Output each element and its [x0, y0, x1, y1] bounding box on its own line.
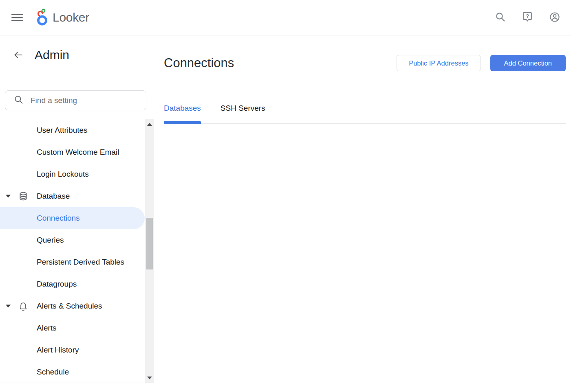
search-icon	[495, 11, 506, 24]
connections-main: Connections Public IP Addresses Add Conn…	[164, 35, 566, 124]
admin-sidebar: Admin User Attributes Custom Welcome Ema…	[0, 35, 154, 383]
find-setting-input[interactable]	[31, 96, 140, 105]
sidebar-section-alerts-schedules[interactable]: Alerts & Schedules	[0, 295, 154, 317]
sidebar-item-custom-welcome-email[interactable]: Custom Welcome Email	[0, 141, 154, 163]
topbar-actions: ?	[494, 12, 560, 23]
tab-ssh-servers[interactable]: SSH Servers	[220, 104, 265, 123]
sidebar-item-queries[interactable]: Queries	[0, 229, 154, 251]
sidebar-item-alert-history[interactable]: Alert History	[0, 339, 154, 361]
sidebar-item-label: Connections	[37, 214, 80, 223]
hamburger-icon	[11, 20, 23, 21]
sidebar-item-connections[interactable]: Connections	[0, 207, 145, 229]
sidebar-scrollbar[interactable]	[145, 119, 154, 383]
sidebar-item-label: Datagroups	[37, 280, 77, 289]
public-ip-addresses-button[interactable]: Public IP Addresses	[397, 55, 481, 71]
database-icon	[18, 191, 29, 201]
sidebar-item-label: User Attributes	[37, 126, 88, 135]
back-button[interactable]	[13, 49, 24, 61]
search-icon	[14, 95, 24, 106]
settings-nav-list: User Attributes Custom Welcome Email Log…	[0, 119, 154, 383]
sidebar-item-label: Login Lockouts	[37, 170, 89, 179]
page-title: Connections	[164, 56, 234, 70]
looker-admin-page: Looker ?	[0, 0, 571, 392]
sidebar-item-login-lockouts[interactable]: Login Lockouts	[0, 163, 154, 185]
account-icon	[549, 11, 560, 24]
sidebar-item-label: Schedule	[37, 368, 69, 377]
connections-tabs: Databases SSH Servers	[164, 104, 566, 124]
chevron-down-icon[interactable]	[6, 195, 11, 198]
scrollbar-thumb[interactable]	[146, 218, 153, 269]
find-setting-searchbox[interactable]	[5, 90, 146, 110]
sidebar-item-schedule[interactable]: Schedule	[0, 361, 154, 383]
sidebar-item-label: Alerts & Schedules	[37, 302, 102, 311]
sidebar-item-user-attributes[interactable]: User Attributes	[0, 119, 154, 141]
hamburger-icon	[11, 17, 23, 18]
hamburger-icon	[11, 14, 23, 15]
main-header: Connections Public IP Addresses Add Conn…	[164, 55, 566, 71]
bell-icon	[18, 301, 29, 311]
sidebar-item-label: Persistent Derived Tables	[37, 258, 124, 267]
add-connection-button[interactable]: Add Connection	[490, 55, 566, 71]
sidebar-item-persistent-derived-tables[interactable]: Persistent Derived Tables	[0, 251, 154, 273]
sidebar-item-label: Queries	[37, 236, 64, 245]
sidebar-section-database[interactable]: Database	[0, 185, 154, 207]
admin-header: Admin	[0, 47, 154, 63]
scroll-down-icon[interactable]	[147, 377, 152, 379]
tab-databases[interactable]: Databases	[164, 104, 201, 123]
sidebar-item-label: Alert History	[37, 346, 79, 355]
search-button[interactable]	[494, 12, 506, 23]
back-arrow-icon	[13, 56, 24, 62]
hamburger-menu-button[interactable]	[11, 14, 23, 21]
sidebar-item-label: Custom Welcome Email	[37, 148, 119, 157]
sidebar-item-alerts[interactable]: Alerts	[0, 317, 154, 339]
help-icon: ?	[522, 11, 533, 24]
sidebar-item-datagroups[interactable]: Datagroups	[0, 273, 154, 295]
header-actions: Public IP Addresses Add Connection	[397, 55, 566, 71]
sidebar-title: Admin	[35, 48, 69, 62]
sidebar-item-label: Database	[37, 192, 70, 201]
scroll-up-icon[interactable]	[147, 123, 152, 126]
help-button[interactable]: ?	[522, 12, 533, 23]
product-name: Looker	[53, 11, 89, 24]
svg-text:?: ?	[526, 13, 529, 19]
looker-logo[interactable]: Looker	[35, 8, 89, 27]
looker-logo-icon	[35, 8, 50, 27]
top-app-bar: Looker ?	[0, 0, 571, 35]
account-button[interactable]	[549, 12, 560, 23]
chevron-down-icon[interactable]	[6, 305, 11, 308]
sidebar-item-label: Alerts	[37, 324, 57, 333]
